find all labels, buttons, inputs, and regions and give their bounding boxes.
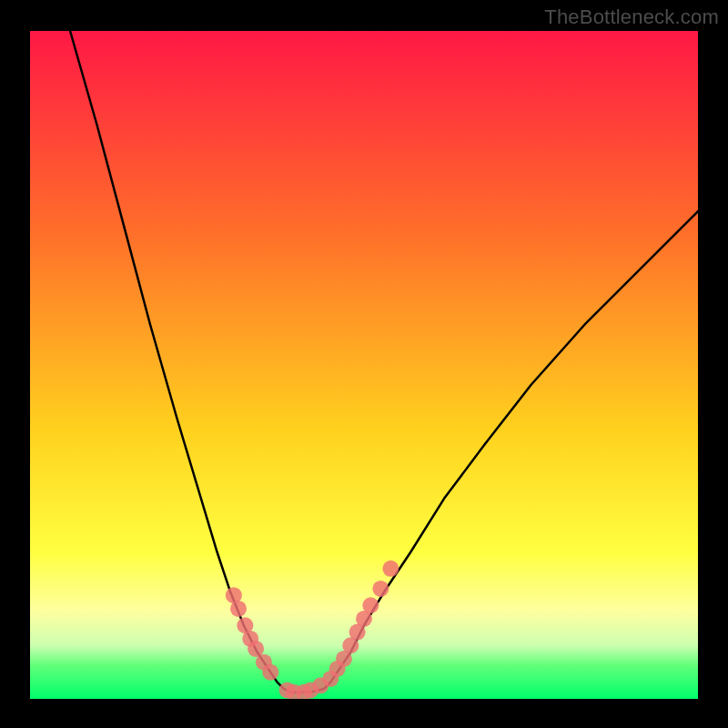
data-point bbox=[372, 581, 389, 597]
chart-frame: TheBottleneck.com bbox=[0, 0, 728, 728]
data-point bbox=[230, 601, 247, 617]
data-point bbox=[382, 561, 399, 577]
data-point bbox=[262, 664, 278, 681]
watermark-text: TheBottleneck.com bbox=[544, 5, 719, 29]
plot-svg bbox=[30, 31, 698, 699]
data-point bbox=[362, 597, 379, 613]
plot-area bbox=[30, 31, 698, 699]
